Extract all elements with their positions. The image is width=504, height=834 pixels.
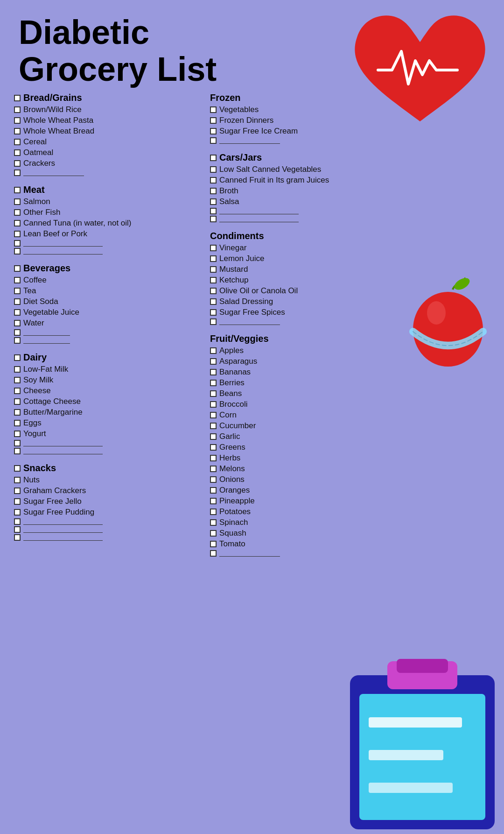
checkbox-item[interactable] bbox=[14, 106, 21, 113]
checkbox-item[interactable] bbox=[14, 320, 21, 326]
checkbox-item[interactable] bbox=[210, 288, 217, 294]
checkbox-item[interactable] bbox=[210, 401, 217, 408]
checkbox-item[interactable] bbox=[210, 216, 217, 222]
checkbox-item[interactable] bbox=[210, 198, 217, 205]
list-item-blank bbox=[14, 170, 205, 176]
checkbox-item[interactable] bbox=[14, 337, 21, 344]
checkbox-item[interactable] bbox=[14, 518, 21, 525]
checkbox-item[interactable] bbox=[14, 288, 21, 294]
checkbox-snacks[interactable] bbox=[14, 465, 21, 472]
checkbox-item[interactable] bbox=[14, 398, 21, 405]
checkbox-bread-grains[interactable] bbox=[14, 95, 21, 101]
checkbox-item[interactable] bbox=[14, 139, 21, 145]
checkbox-item[interactable] bbox=[210, 128, 217, 134]
list-item: Cucumber bbox=[210, 421, 406, 431]
list-item: Salsa bbox=[210, 197, 406, 206]
checkbox-item[interactable] bbox=[14, 170, 21, 176]
checkbox-item[interactable] bbox=[210, 433, 217, 440]
checkbox-item[interactable] bbox=[210, 318, 217, 325]
checkbox-item[interactable] bbox=[14, 231, 21, 237]
checkbox-item[interactable] bbox=[210, 509, 217, 515]
checkbox-item[interactable] bbox=[14, 209, 21, 216]
list-item: Tomato bbox=[210, 539, 406, 549]
list-item: Nuts bbox=[14, 475, 205, 485]
checkbox-item[interactable] bbox=[210, 298, 217, 305]
checkbox-item[interactable] bbox=[14, 409, 21, 416]
checkbox-item[interactable] bbox=[14, 366, 21, 373]
list-item: Canned Tuna (in water, not oil) bbox=[14, 219, 205, 228]
checkbox-beverages[interactable] bbox=[14, 265, 21, 272]
checkbox-item[interactable] bbox=[210, 245, 217, 251]
checkbox-item[interactable] bbox=[210, 412, 217, 418]
checkbox-item[interactable] bbox=[210, 188, 217, 194]
checkbox-item[interactable] bbox=[14, 329, 21, 336]
checkbox-item[interactable] bbox=[14, 198, 21, 205]
checkbox-item[interactable] bbox=[210, 369, 217, 375]
checkbox-item[interactable] bbox=[14, 420, 21, 426]
list-item-blank bbox=[210, 550, 406, 557]
checkbox-item[interactable] bbox=[210, 208, 217, 214]
checkbox-item[interactable] bbox=[14, 488, 21, 494]
checkbox-item[interactable] bbox=[14, 277, 21, 283]
checkbox-item[interactable] bbox=[14, 440, 21, 446]
checkbox-item[interactable] bbox=[14, 149, 21, 156]
checkbox-item[interactable] bbox=[210, 106, 217, 113]
checkbox-item[interactable] bbox=[210, 466, 217, 472]
checkbox-cans-jars[interactable] bbox=[210, 155, 217, 161]
list-item: Canned Fruit in Its gram Juices bbox=[210, 176, 406, 185]
list-item: Diet Soda bbox=[14, 297, 205, 306]
checkbox-item[interactable] bbox=[210, 390, 217, 397]
checkbox-item[interactable] bbox=[14, 526, 21, 533]
checkbox-item[interactable] bbox=[210, 550, 217, 557]
checkbox-item[interactable] bbox=[210, 166, 217, 173]
checkbox-item[interactable] bbox=[210, 380, 217, 386]
checkbox-item[interactable] bbox=[210, 266, 217, 273]
checkbox-item[interactable] bbox=[14, 448, 21, 454]
checkbox-item[interactable] bbox=[14, 498, 21, 505]
checkbox-item[interactable] bbox=[210, 423, 217, 429]
list-item: Salmon bbox=[14, 197, 205, 206]
checkbox-dairy[interactable] bbox=[14, 354, 21, 361]
checkbox-item[interactable] bbox=[210, 444, 217, 451]
checkbox-item[interactable] bbox=[14, 309, 21, 316]
checkbox-item[interactable] bbox=[210, 519, 217, 526]
checkbox-item[interactable] bbox=[14, 534, 21, 541]
list-item: Vinegar bbox=[210, 243, 406, 253]
checkbox-item[interactable] bbox=[210, 137, 217, 144]
checkbox-item[interactable] bbox=[14, 248, 21, 254]
checkbox-item[interactable] bbox=[14, 298, 21, 305]
section-frozen: Frozen Vegetables Frozen Dinners Sugar F… bbox=[210, 92, 406, 144]
checkbox-item[interactable] bbox=[210, 358, 217, 365]
checkbox-item[interactable] bbox=[14, 377, 21, 383]
checkbox-item[interactable] bbox=[14, 388, 21, 394]
checkbox-item[interactable] bbox=[210, 498, 217, 504]
list-item: Greens bbox=[210, 443, 406, 452]
checkbox-item[interactable] bbox=[14, 128, 21, 134]
checkbox-item[interactable] bbox=[210, 277, 217, 283]
checkbox-item[interactable] bbox=[210, 309, 217, 316]
list-item-blank bbox=[14, 440, 205, 446]
checkbox-item[interactable] bbox=[210, 487, 217, 494]
checkbox-item[interactable] bbox=[210, 476, 217, 483]
checkbox-item[interactable] bbox=[14, 220, 21, 226]
checkbox-item[interactable] bbox=[14, 431, 21, 437]
content-area: Bread/Grains Brown/Wild Rice Whole Wheat… bbox=[0, 92, 504, 565]
left-column: Bread/Grains Brown/Wild Rice Whole Wheat… bbox=[5, 92, 205, 565]
checkbox-item[interactable] bbox=[210, 177, 217, 184]
list-item: Sugar Free Spices bbox=[210, 308, 406, 317]
section-header-dairy: Dairy bbox=[14, 352, 205, 363]
checkbox-item[interactable] bbox=[210, 255, 217, 262]
checkbox-item[interactable] bbox=[14, 509, 21, 516]
checkbox-item[interactable] bbox=[14, 477, 21, 483]
checkbox-item[interactable] bbox=[14, 117, 21, 124]
section-dairy: Dairy Low-Fat Milk Soy Milk Cheese Cotta… bbox=[14, 352, 205, 454]
section-header-frozen: Frozen bbox=[210, 92, 406, 103]
checkbox-meat[interactable] bbox=[14, 187, 21, 193]
checkbox-item[interactable] bbox=[210, 347, 217, 354]
checkbox-item[interactable] bbox=[14, 160, 21, 167]
checkbox-item[interactable] bbox=[210, 117, 217, 124]
checkbox-item[interactable] bbox=[210, 541, 217, 547]
checkbox-item[interactable] bbox=[210, 530, 217, 537]
checkbox-item[interactable] bbox=[210, 455, 217, 461]
checkbox-item[interactable] bbox=[14, 240, 21, 247]
